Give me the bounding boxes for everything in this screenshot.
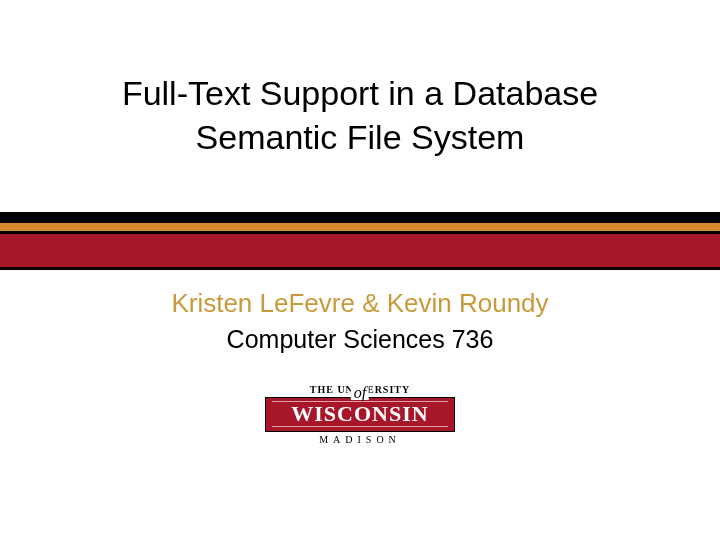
authors-text: Kristen LeFevre & Kevin Roundy	[0, 288, 720, 319]
logo-of-text: of	[351, 386, 369, 400]
divider-bar	[0, 212, 720, 270]
logo-madison-text: MADISON	[265, 434, 455, 445]
stripe-red	[0, 234, 720, 267]
subtitle-block: Kristen LeFevre & Kevin Roundy Computer …	[0, 288, 720, 354]
logo-wisconsin-text: WISCONSIN	[272, 403, 448, 425]
slide-title: Full-Text Support in a Database Semantic…	[0, 72, 720, 159]
title-line-2: Semantic File System	[0, 116, 720, 160]
stripe-black-thin-2	[0, 267, 720, 270]
logo-rule-bottom	[272, 426, 448, 427]
logo-rule-top	[272, 401, 448, 402]
title-line-1: Full-Text Support in a Database	[0, 72, 720, 116]
uw-logo: THE UNIVERSITY of WISCONSIN MADISON	[265, 384, 455, 445]
course-text: Computer Sciences 736	[0, 325, 720, 354]
logo-plate: of WISCONSIN	[265, 397, 455, 432]
stripe-orange	[0, 223, 720, 231]
stripe-black-top	[0, 212, 720, 223]
